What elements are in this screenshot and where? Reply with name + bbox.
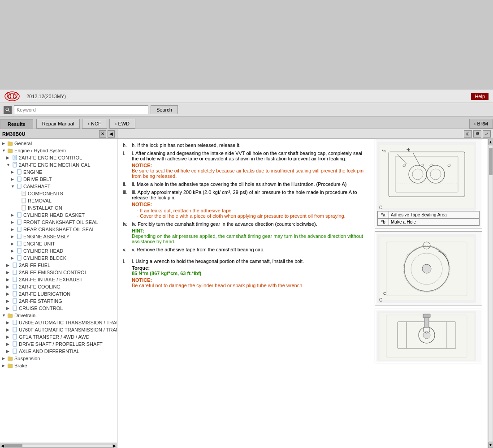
table-cell-val: Make a Hole bbox=[389, 219, 480, 226]
sidebar-item-drive-belt[interactable]: ▶ DRIVE BELT bbox=[0, 176, 117, 183]
sidebar-item-axle-diff[interactable]: ▶ AXLE AND DIFFERENTIAL bbox=[0, 348, 117, 355]
sidebar-item-removal[interactable]: REMOVAL bbox=[0, 197, 117, 204]
doc-icon bbox=[12, 341, 18, 347]
illus1-label: C bbox=[379, 205, 382, 210]
step-ii-content: ii. Make a hole in the adhesive tape cov… bbox=[132, 181, 368, 187]
sidebar-item-2ar-engine-mech[interactable]: ▼ 2AR-FE ENGINE MECHANICAL bbox=[0, 161, 117, 168]
content-scroll[interactable]: h. h. If the lock pin has not been relea… bbox=[117, 139, 488, 448]
doc-icon bbox=[12, 276, 18, 283]
sidebar-item-u760e[interactable]: ▶ U760E AUTOMATIC TRANSMISSION / TRANSAX… bbox=[0, 319, 117, 326]
expand-icon: ▶ bbox=[11, 227, 15, 232]
sidebar-close-button[interactable]: ✕ bbox=[99, 130, 106, 138]
notice-label-3: NOTICE: bbox=[132, 277, 152, 283]
sidebar-item-2ar-starting[interactable]: ▶ 2AR-FE STARTING bbox=[0, 297, 117, 305]
step-iv-hint-text: Depending on the air pressure applied, t… bbox=[132, 233, 363, 244]
sidebar-item-2ar-emission[interactable]: ▶ 2AR-FE EMISSION CONTROL bbox=[0, 269, 117, 276]
doc-icon bbox=[16, 241, 22, 247]
cylinder-head-label: CYLINDER HEAD bbox=[23, 248, 63, 254]
page-icon bbox=[21, 198, 27, 204]
expand-icon: ▼ bbox=[6, 163, 11, 167]
sidebar-item-rear-crank-oil[interactable]: ▶ REAR CRANKSHAFT OIL SEAL bbox=[0, 226, 117, 233]
sidebar-item-engine[interactable]: ▶ ENGINE bbox=[0, 168, 117, 176]
sidebar-item-brake[interactable]: ▶ Brake bbox=[0, 362, 117, 369]
print-icon[interactable]: 🖶 bbox=[473, 130, 481, 138]
scroll-track bbox=[4, 444, 113, 448]
svg-rect-35 bbox=[13, 291, 17, 296]
sidebar-item-installation[interactable]: INSTALLATION bbox=[0, 204, 117, 211]
help-button[interactable]: Help bbox=[471, 93, 489, 100]
sidebar-item-cylinder-head[interactable]: ▶ CYLINDER HEAD bbox=[0, 247, 117, 254]
svg-line-55 bbox=[398, 154, 407, 164]
sidebar-tree: ▶ General ▼ Engine / Hybrid System ▶ bbox=[0, 139, 117, 443]
illustration-1: *a *b bbox=[375, 139, 482, 228]
sidebar-item-suspension[interactable]: ▶ Suspension bbox=[0, 355, 117, 362]
doc-icon bbox=[12, 298, 18, 304]
step-iv-label: iv. bbox=[123, 221, 132, 244]
sidebar-item-engine-unit[interactable]: ▶ ENGINE UNIT bbox=[0, 240, 117, 247]
search-icon bbox=[4, 106, 12, 114]
table-cell-val: Adhesive Tape Sealing Area bbox=[389, 211, 480, 219]
sidebar-item-cruise-control[interactable]: ▶ CRUISE CONTROL bbox=[0, 305, 117, 312]
table-cell-key: *a bbox=[378, 211, 389, 219]
expand-icon: ▶ bbox=[2, 356, 6, 361]
sidebar-nav-back-button[interactable]: ◀ bbox=[108, 130, 115, 138]
tab-ewd[interactable]: › EWD bbox=[109, 119, 135, 129]
folder-icon bbox=[7, 140, 13, 146]
2ar-starting-label: 2AR-FE STARTING bbox=[19, 298, 62, 304]
expand-icon: ▶ bbox=[11, 234, 15, 239]
step-iii-content: iii. Apply approximately 200 kPa (2.0 kg… bbox=[132, 190, 368, 219]
doc-icon bbox=[12, 162, 18, 168]
search-input[interactable] bbox=[14, 105, 148, 114]
sidebar-item-general[interactable]: ▶ General bbox=[0, 140, 117, 147]
sidebar-item-camshaft[interactable]: ▼ CAMSHAFT bbox=[0, 183, 117, 190]
doc-icon bbox=[12, 269, 18, 276]
sidebar-item-cylinder-head-gasket[interactable]: ▶ CYLINDER HEAD GASKET bbox=[0, 211, 117, 219]
sidebar-item-components[interactable]: COMPONENTS bbox=[0, 190, 117, 197]
scroll-left-btn[interactable]: ◀ bbox=[1, 444, 4, 448]
tab-ncf[interactable]: › NCF bbox=[82, 119, 107, 129]
scroll-down-button[interactable]: ▼ bbox=[488, 442, 493, 448]
sidebar-item-2ar-fuel[interactable]: ▶ 2AR-FE FUEL bbox=[0, 262, 117, 269]
view-icon[interactable]: ⊞ bbox=[464, 130, 472, 138]
sidebar-item-engine-hybrid[interactable]: ▼ Engine / Hybrid System bbox=[0, 147, 117, 154]
svg-rect-41 bbox=[13, 327, 17, 332]
sidebar-item-drive-shaft[interactable]: ▶ DRIVE SHAFT / PROPELLER SHAFT bbox=[0, 340, 117, 348]
scroll-up-button[interactable]: ▲ bbox=[488, 139, 493, 145]
expand-icon: ▶ bbox=[6, 320, 11, 325]
sidebar-item-2ar-engine-control[interactable]: ▶ 2AR-FE ENGINE CONTROL bbox=[0, 154, 117, 161]
expand-icon: ▶ bbox=[6, 292, 11, 296]
page-icon bbox=[21, 190, 27, 197]
tab-brm[interactable]: › BRM bbox=[469, 119, 493, 129]
sidebar-item-u760f[interactable]: ▶ U760F AUTOMATIC TRANSMISSION / TRANSAX… bbox=[0, 326, 117, 333]
vertical-scrollbar[interactable]: ▲ ▼ bbox=[488, 139, 493, 448]
sidebar-item-2ar-cooling[interactable]: ▶ 2AR-FE COOLING bbox=[0, 283, 117, 290]
step-v: v. v. Remove the adhesive tape from the … bbox=[123, 247, 368, 252]
version-label: 2012.12(2013MY) bbox=[26, 94, 66, 99]
engine-diagram-1: *a *b bbox=[380, 145, 474, 208]
expand-icon: ▶ bbox=[2, 141, 6, 146]
tab-results[interactable]: Results bbox=[0, 119, 33, 129]
sidebar-item-engine-assembly[interactable]: ▶ ENGINE ASSEMBLY bbox=[0, 233, 117, 240]
folder-icon bbox=[7, 362, 13, 369]
sidebar-item-2ar-lubrication[interactable]: ▶ 2AR-FE LUBRICATION bbox=[0, 290, 117, 297]
svg-rect-33 bbox=[13, 277, 17, 282]
sidebar-item-gf1a[interactable]: ▶ GF1A TRANSFER / 4WD / AWD bbox=[0, 333, 117, 340]
svg-rect-24 bbox=[17, 212, 21, 217]
expand-icon[interactable]: ⤢ bbox=[483, 130, 491, 138]
sidebar-item-drivetrain[interactable]: ▼ Drivetrain bbox=[0, 312, 117, 319]
expand-icon: ▶ bbox=[6, 284, 11, 289]
sidebar-horizontal-scrollbar[interactable]: ◀ ▶ bbox=[0, 443, 117, 448]
expand-icon: ▼ bbox=[2, 148, 6, 153]
gf1a-label: GF1A TRANSFER / 4WD / AWD bbox=[19, 334, 90, 340]
search-button[interactable]: Search bbox=[151, 105, 178, 114]
scroll-right-btn[interactable]: ▶ bbox=[113, 444, 116, 448]
expand-icon: ▶ bbox=[6, 270, 11, 275]
front-crank-oil-label: FRONT CRANKSHAFT OIL SEAL bbox=[23, 220, 98, 225]
sidebar-item-2ar-intake[interactable]: ▶ 2AR-FE INTAKE / EXHAUST bbox=[0, 276, 117, 283]
sidebar-item-cylinder-block[interactable]: ▶ CYLINDER BLOCK bbox=[0, 254, 117, 262]
tab-repair-manual[interactable]: Repair Manual bbox=[36, 119, 80, 129]
u760e-label: U760E AUTOMATIC TRANSMISSION / TRANSAXLI… bbox=[19, 320, 117, 325]
sidebar-item-front-crank-oil[interactable]: ▶ FRONT CRANKSHAFT OIL SEAL bbox=[0, 219, 117, 226]
bullet-2: Cover the oil hole with a piece of cloth… bbox=[140, 213, 346, 219]
step-iv-content: iv. Forcibly turn the camshaft timing ge… bbox=[132, 221, 368, 244]
